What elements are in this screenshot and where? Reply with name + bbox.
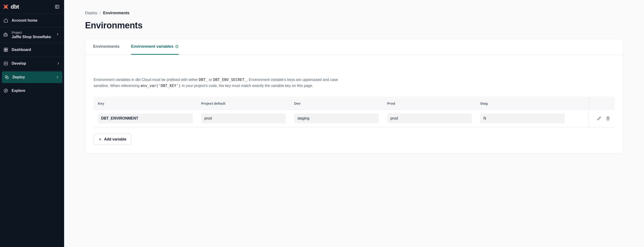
breadcrumb-separator: / <box>100 11 101 15</box>
nav-dashboard[interactable]: Dashboard <box>0 43 64 57</box>
tab-label: Environment variables <box>131 44 173 49</box>
chevron-right-icon <box>56 32 61 38</box>
table-overflow-edge <box>589 97 589 127</box>
svg-rect-6 <box>4 50 6 52</box>
svg-point-12 <box>4 89 8 93</box>
breadcrumb-parent[interactable]: Deploy <box>85 11 97 15</box>
nav-label: Dashboard <box>12 48 31 52</box>
table-header-row: Key Project default Dev Prod Stag <box>94 97 614 110</box>
var-dev[interactable]: staging <box>294 114 379 123</box>
collapse-sidebar-button[interactable] <box>54 4 60 10</box>
breadcrumb-current: Environments <box>103 11 130 15</box>
project-labels: Project Jaffle Shop Snowflake <box>12 31 52 39</box>
plus-icon <box>98 138 102 141</box>
page-title: Environments <box>85 21 623 31</box>
col-header-project-default: Project default <box>197 97 290 110</box>
nav-explore[interactable]: Explore <box>0 84 64 97</box>
col-header-prod: Prod <box>383 97 476 110</box>
briefcase-icon <box>3 32 8 38</box>
compass-icon <box>3 88 8 93</box>
row-actions <box>573 116 610 121</box>
description-text: Environment variables in dbt Cloud must … <box>94 77 340 89</box>
tabs: Environments Environment variables <box>85 39 623 55</box>
svg-line-9 <box>6 63 6 64</box>
svg-rect-11 <box>6 77 8 79</box>
nav-label: Deploy <box>12 75 25 79</box>
col-header-actions <box>569 97 614 110</box>
nav-develop[interactable]: Develop <box>0 57 64 71</box>
logo[interactable]: dbt <box>2 3 19 10</box>
col-header-staging: Stag <box>476 97 569 110</box>
deploy-icon <box>4 75 9 80</box>
var-project-default[interactable]: prod <box>201 114 286 123</box>
project-label: Project <box>12 31 52 35</box>
col-header-dev: Dev <box>290 97 383 110</box>
dashboard-icon <box>3 47 8 52</box>
var-prod[interactable]: prod <box>387 114 472 123</box>
sidebar-header: dbt <box>0 0 64 14</box>
nav-project-selector[interactable]: Project Jaffle Shop Snowflake <box>0 28 64 43</box>
sidebar: dbt Account home Project Jaffle Shop Sno… <box>0 0 64 247</box>
tab-environments[interactable]: Environments <box>93 39 120 55</box>
tab-environment-variables[interactable]: Environment variables <box>131 39 178 55</box>
svg-rect-10 <box>5 76 7 77</box>
var-staging[interactable]: N <box>480 114 565 123</box>
home-icon <box>3 18 8 23</box>
svg-rect-5 <box>6 48 8 50</box>
edit-icon[interactable] <box>597 116 602 121</box>
svg-point-15 <box>176 47 177 48</box>
variables-table: Key Project default Dev Prod Stag DBT_EN… <box>94 97 614 127</box>
project-name: Jaffle Shop Snowflake <box>12 35 52 39</box>
svg-rect-7 <box>6 50 8 52</box>
dbt-logo-icon <box>2 3 9 10</box>
add-variable-button[interactable]: Add variable <box>94 134 131 145</box>
svg-rect-4 <box>4 48 6 50</box>
variables-table-wrapper: Key Project default Dev Prod Stag DBT_EN… <box>94 97 614 127</box>
code-icon <box>3 61 8 66</box>
nav-label: Develop <box>12 61 26 66</box>
svg-marker-13 <box>5 90 6 91</box>
breadcrumb: Deploy / Environments <box>85 11 623 15</box>
var-key[interactable]: DBT_ENVIRONMENT <box>98 114 193 123</box>
nav-label: Account home <box>12 18 38 23</box>
nav-deploy[interactable]: Deploy <box>2 71 62 83</box>
help-icon[interactable] <box>175 45 179 48</box>
environments-panel: Environments Environment variables Envir… <box>85 39 623 153</box>
add-variable-label: Add variable <box>104 137 126 141</box>
col-header-key: Key <box>94 97 197 110</box>
tab-content: Environment variables in dbt Cloud must … <box>85 55 623 153</box>
tab-label: Environments <box>93 44 120 49</box>
logo-text: dbt <box>11 4 19 10</box>
table-row: DBT_ENVIRONMENT prod staging prod N <box>94 110 614 127</box>
chevron-right-icon <box>55 75 60 80</box>
main-content: Deploy / Environments Environments Envir… <box>64 0 644 247</box>
nav-label: Explore <box>12 89 25 93</box>
nav-account-home[interactable]: Account home <box>0 14 64 28</box>
chevron-right-icon <box>56 61 61 66</box>
delete-icon[interactable] <box>606 116 610 121</box>
